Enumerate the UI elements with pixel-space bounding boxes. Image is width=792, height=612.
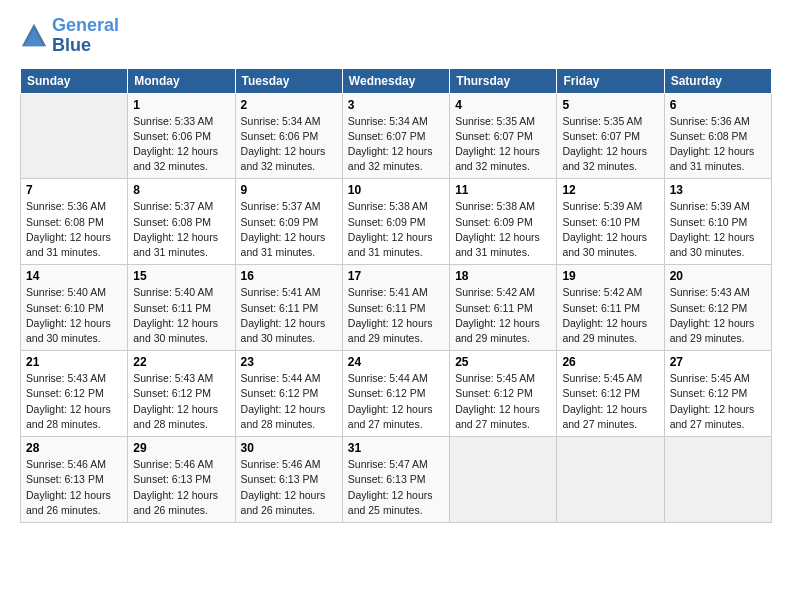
day-number: 19 bbox=[562, 269, 658, 283]
calendar-day-cell: 11Sunrise: 5:38 AMSunset: 6:09 PMDayligh… bbox=[450, 179, 557, 265]
calendar-day-cell: 3Sunrise: 5:34 AMSunset: 6:07 PMDaylight… bbox=[342, 93, 449, 179]
day-number: 11 bbox=[455, 183, 551, 197]
calendar-header-row: SundayMondayTuesdayWednesdayThursdayFrid… bbox=[21, 68, 772, 93]
calendar-day-cell: 8Sunrise: 5:37 AMSunset: 6:08 PMDaylight… bbox=[128, 179, 235, 265]
calendar-day-cell bbox=[450, 437, 557, 523]
calendar-day-cell: 24Sunrise: 5:44 AMSunset: 6:12 PMDayligh… bbox=[342, 351, 449, 437]
day-header: Saturday bbox=[664, 68, 771, 93]
calendar-day-cell: 19Sunrise: 5:42 AMSunset: 6:11 PMDayligh… bbox=[557, 265, 664, 351]
day-info: Sunrise: 5:36 AMSunset: 6:08 PMDaylight:… bbox=[670, 115, 755, 173]
day-number: 15 bbox=[133, 269, 229, 283]
day-info: Sunrise: 5:35 AMSunset: 6:07 PMDaylight:… bbox=[455, 115, 540, 173]
calendar-table: SundayMondayTuesdayWednesdayThursdayFrid… bbox=[20, 68, 772, 523]
calendar-day-cell bbox=[21, 93, 128, 179]
calendar-day-cell: 20Sunrise: 5:43 AMSunset: 6:12 PMDayligh… bbox=[664, 265, 771, 351]
calendar-day-cell: 2Sunrise: 5:34 AMSunset: 6:06 PMDaylight… bbox=[235, 93, 342, 179]
day-number: 27 bbox=[670, 355, 766, 369]
day-number: 22 bbox=[133, 355, 229, 369]
day-info: Sunrise: 5:39 AMSunset: 6:10 PMDaylight:… bbox=[670, 200, 755, 258]
calendar-day-cell bbox=[664, 437, 771, 523]
logo: GeneralBlue bbox=[20, 16, 119, 56]
day-number: 30 bbox=[241, 441, 337, 455]
day-info: Sunrise: 5:45 AMSunset: 6:12 PMDaylight:… bbox=[562, 372, 647, 430]
day-info: Sunrise: 5:46 AMSunset: 6:13 PMDaylight:… bbox=[26, 458, 111, 516]
calendar-day-cell: 18Sunrise: 5:42 AMSunset: 6:11 PMDayligh… bbox=[450, 265, 557, 351]
day-number: 12 bbox=[562, 183, 658, 197]
day-number: 2 bbox=[241, 98, 337, 112]
day-number: 25 bbox=[455, 355, 551, 369]
day-info: Sunrise: 5:46 AMSunset: 6:13 PMDaylight:… bbox=[133, 458, 218, 516]
calendar-day-cell: 23Sunrise: 5:44 AMSunset: 6:12 PMDayligh… bbox=[235, 351, 342, 437]
calendar-day-cell: 29Sunrise: 5:46 AMSunset: 6:13 PMDayligh… bbox=[128, 437, 235, 523]
logo-text: GeneralBlue bbox=[52, 16, 119, 56]
calendar-week-row: 14Sunrise: 5:40 AMSunset: 6:10 PMDayligh… bbox=[21, 265, 772, 351]
calendar-week-row: 7Sunrise: 5:36 AMSunset: 6:08 PMDaylight… bbox=[21, 179, 772, 265]
day-number: 20 bbox=[670, 269, 766, 283]
day-info: Sunrise: 5:44 AMSunset: 6:12 PMDaylight:… bbox=[348, 372, 433, 430]
day-info: Sunrise: 5:41 AMSunset: 6:11 PMDaylight:… bbox=[241, 286, 326, 344]
day-number: 21 bbox=[26, 355, 122, 369]
calendar-day-cell: 7Sunrise: 5:36 AMSunset: 6:08 PMDaylight… bbox=[21, 179, 128, 265]
day-info: Sunrise: 5:45 AMSunset: 6:12 PMDaylight:… bbox=[455, 372, 540, 430]
day-number: 23 bbox=[241, 355, 337, 369]
day-info: Sunrise: 5:47 AMSunset: 6:13 PMDaylight:… bbox=[348, 458, 433, 516]
page-container: GeneralBlue SundayMondayTuesdayWednesday… bbox=[0, 0, 792, 533]
day-number: 24 bbox=[348, 355, 444, 369]
calendar-day-cell: 28Sunrise: 5:46 AMSunset: 6:13 PMDayligh… bbox=[21, 437, 128, 523]
calendar-week-row: 1Sunrise: 5:33 AMSunset: 6:06 PMDaylight… bbox=[21, 93, 772, 179]
day-info: Sunrise: 5:38 AMSunset: 6:09 PMDaylight:… bbox=[348, 200, 433, 258]
day-info: Sunrise: 5:40 AMSunset: 6:10 PMDaylight:… bbox=[26, 286, 111, 344]
day-number: 29 bbox=[133, 441, 229, 455]
logo-icon bbox=[20, 22, 48, 50]
header: GeneralBlue bbox=[20, 16, 772, 56]
calendar-day-cell: 9Sunrise: 5:37 AMSunset: 6:09 PMDaylight… bbox=[235, 179, 342, 265]
day-number: 14 bbox=[26, 269, 122, 283]
day-info: Sunrise: 5:34 AMSunset: 6:06 PMDaylight:… bbox=[241, 115, 326, 173]
day-number: 31 bbox=[348, 441, 444, 455]
day-info: Sunrise: 5:33 AMSunset: 6:06 PMDaylight:… bbox=[133, 115, 218, 173]
day-number: 4 bbox=[455, 98, 551, 112]
day-header: Friday bbox=[557, 68, 664, 93]
calendar-week-row: 21Sunrise: 5:43 AMSunset: 6:12 PMDayligh… bbox=[21, 351, 772, 437]
calendar-day-cell: 14Sunrise: 5:40 AMSunset: 6:10 PMDayligh… bbox=[21, 265, 128, 351]
calendar-day-cell: 10Sunrise: 5:38 AMSunset: 6:09 PMDayligh… bbox=[342, 179, 449, 265]
day-info: Sunrise: 5:44 AMSunset: 6:12 PMDaylight:… bbox=[241, 372, 326, 430]
day-header: Thursday bbox=[450, 68, 557, 93]
day-info: Sunrise: 5:43 AMSunset: 6:12 PMDaylight:… bbox=[133, 372, 218, 430]
calendar-day-cell: 27Sunrise: 5:45 AMSunset: 6:12 PMDayligh… bbox=[664, 351, 771, 437]
day-info: Sunrise: 5:41 AMSunset: 6:11 PMDaylight:… bbox=[348, 286, 433, 344]
day-info: Sunrise: 5:37 AMSunset: 6:09 PMDaylight:… bbox=[241, 200, 326, 258]
day-number: 9 bbox=[241, 183, 337, 197]
calendar-body: 1Sunrise: 5:33 AMSunset: 6:06 PMDaylight… bbox=[21, 93, 772, 522]
calendar-day-cell: 15Sunrise: 5:40 AMSunset: 6:11 PMDayligh… bbox=[128, 265, 235, 351]
calendar-day-cell: 21Sunrise: 5:43 AMSunset: 6:12 PMDayligh… bbox=[21, 351, 128, 437]
day-info: Sunrise: 5:39 AMSunset: 6:10 PMDaylight:… bbox=[562, 200, 647, 258]
day-number: 5 bbox=[562, 98, 658, 112]
day-info: Sunrise: 5:36 AMSunset: 6:08 PMDaylight:… bbox=[26, 200, 111, 258]
day-header: Wednesday bbox=[342, 68, 449, 93]
day-number: 1 bbox=[133, 98, 229, 112]
day-info: Sunrise: 5:42 AMSunset: 6:11 PMDaylight:… bbox=[455, 286, 540, 344]
day-number: 3 bbox=[348, 98, 444, 112]
calendar-day-cell: 17Sunrise: 5:41 AMSunset: 6:11 PMDayligh… bbox=[342, 265, 449, 351]
day-info: Sunrise: 5:40 AMSunset: 6:11 PMDaylight:… bbox=[133, 286, 218, 344]
day-info: Sunrise: 5:45 AMSunset: 6:12 PMDaylight:… bbox=[670, 372, 755, 430]
calendar-day-cell: 12Sunrise: 5:39 AMSunset: 6:10 PMDayligh… bbox=[557, 179, 664, 265]
day-header: Sunday bbox=[21, 68, 128, 93]
day-number: 8 bbox=[133, 183, 229, 197]
calendar-day-cell: 6Sunrise: 5:36 AMSunset: 6:08 PMDaylight… bbox=[664, 93, 771, 179]
day-info: Sunrise: 5:43 AMSunset: 6:12 PMDaylight:… bbox=[670, 286, 755, 344]
day-number: 13 bbox=[670, 183, 766, 197]
calendar-day-cell: 4Sunrise: 5:35 AMSunset: 6:07 PMDaylight… bbox=[450, 93, 557, 179]
day-info: Sunrise: 5:42 AMSunset: 6:11 PMDaylight:… bbox=[562, 286, 647, 344]
day-header: Monday bbox=[128, 68, 235, 93]
day-number: 18 bbox=[455, 269, 551, 283]
calendar-day-cell: 25Sunrise: 5:45 AMSunset: 6:12 PMDayligh… bbox=[450, 351, 557, 437]
day-info: Sunrise: 5:43 AMSunset: 6:12 PMDaylight:… bbox=[26, 372, 111, 430]
day-info: Sunrise: 5:37 AMSunset: 6:08 PMDaylight:… bbox=[133, 200, 218, 258]
day-number: 17 bbox=[348, 269, 444, 283]
day-number: 7 bbox=[26, 183, 122, 197]
day-info: Sunrise: 5:34 AMSunset: 6:07 PMDaylight:… bbox=[348, 115, 433, 173]
day-number: 10 bbox=[348, 183, 444, 197]
calendar-day-cell: 26Sunrise: 5:45 AMSunset: 6:12 PMDayligh… bbox=[557, 351, 664, 437]
